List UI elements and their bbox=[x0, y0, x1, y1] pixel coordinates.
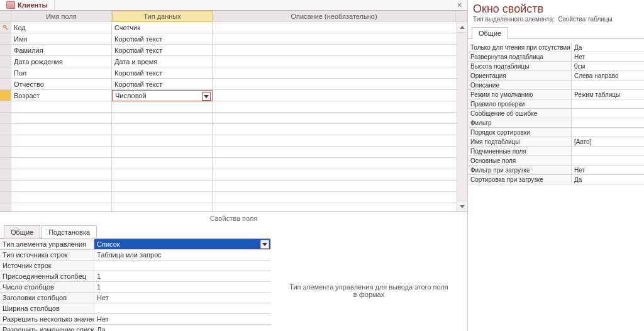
cell-data-type[interactable]: Короткий текст bbox=[112, 33, 213, 45]
grid-row[interactable] bbox=[0, 135, 467, 147]
property-row[interactable]: Присоединенный столбец1 bbox=[0, 271, 270, 282]
cell-description[interactable] bbox=[213, 67, 467, 79]
cell-field-name[interactable] bbox=[11, 101, 112, 113]
cell-description[interactable] bbox=[213, 90, 467, 101]
grid-row[interactable]: ПолКороткий текст bbox=[0, 67, 467, 79]
cell-description[interactable] bbox=[213, 147, 467, 158]
sheet-row[interactable]: Фильтр bbox=[468, 118, 644, 128]
grid-row[interactable]: ФамилияКороткий текст bbox=[0, 45, 467, 56]
property-value[interactable]: Нет bbox=[94, 293, 270, 303]
cell-description[interactable] bbox=[213, 135, 467, 147]
grid-row[interactable] bbox=[0, 181, 467, 192]
cell-field-name[interactable]: Отчество bbox=[11, 79, 112, 90]
cell-data-type[interactable] bbox=[112, 158, 213, 169]
grid-row[interactable] bbox=[0, 124, 467, 135]
sheet-value[interactable]: Нет bbox=[572, 166, 644, 174]
scroll-up-icon[interactable] bbox=[457, 22, 467, 33]
sheet-row[interactable]: Основные поля bbox=[468, 156, 644, 166]
tab-clients[interactable]: Клиенты bbox=[0, 0, 55, 10]
sheet-value[interactable]: Слева направо bbox=[572, 71, 644, 80]
sheet-row[interactable]: Описание bbox=[468, 81, 644, 90]
cell-field-name[interactable] bbox=[11, 158, 112, 169]
grid-row[interactable]: ОтчествоКороткий текст bbox=[0, 79, 467, 90]
sheet-value[interactable] bbox=[572, 156, 644, 165]
cell-data-type[interactable]: Дата и время bbox=[112, 56, 213, 67]
sheet-row[interactable]: Сортировка при загрузкеДа bbox=[468, 175, 644, 184]
property-tab-general[interactable]: Общие bbox=[472, 27, 508, 39]
sheet-row[interactable]: Подчиненные поля bbox=[468, 147, 644, 156]
cell-field-name[interactable] bbox=[11, 124, 112, 135]
cell-field-name[interactable]: Имя bbox=[11, 33, 112, 45]
property-row[interactable]: Тип источника строкТаблица или запрос bbox=[0, 250, 270, 261]
row-selector[interactable] bbox=[0, 79, 11, 90]
cell-description[interactable] bbox=[213, 169, 467, 181]
chevron-down-icon[interactable] bbox=[202, 92, 211, 101]
cell-field-name[interactable] bbox=[11, 192, 112, 203]
sheet-row[interactable]: Порядок сортировки bbox=[468, 128, 644, 137]
sheet-row[interactable]: Фильтр при загрузкеНет bbox=[468, 166, 644, 175]
property-value[interactable] bbox=[94, 303, 270, 313]
cell-description[interactable] bbox=[213, 101, 467, 113]
cell-data-type[interactable] bbox=[112, 147, 213, 158]
sheet-value[interactable]: Нет bbox=[572, 52, 644, 61]
sheet-row[interactable]: Режим по умолчаниюРежим таблицы bbox=[468, 90, 644, 99]
cell-field-name[interactable] bbox=[11, 203, 112, 211]
sheet-value[interactable]: 0см bbox=[572, 62, 644, 70]
property-value[interactable]: Да bbox=[94, 325, 270, 331]
row-selector[interactable] bbox=[0, 22, 11, 33]
property-value[interactable]: 1 bbox=[94, 271, 270, 281]
grid-row[interactable]: Дата рожденияДата и время bbox=[0, 56, 467, 67]
grid-row[interactable]: ИмяКороткий текст bbox=[0, 33, 467, 45]
cell-field-name[interactable]: Фамилия bbox=[11, 45, 112, 56]
cell-data-type[interactable]: Короткий текст bbox=[112, 67, 213, 79]
sheet-value[interactable] bbox=[572, 99, 644, 108]
cell-field-name[interactable] bbox=[11, 169, 112, 181]
cell-field-name[interactable] bbox=[11, 181, 112, 192]
row-selector[interactable] bbox=[0, 113, 11, 124]
cell-description[interactable] bbox=[213, 79, 467, 90]
property-row[interactable]: Число столбцов1 bbox=[0, 282, 270, 293]
cell-data-type[interactable] bbox=[112, 169, 213, 181]
property-row[interactable]: Разрешить несколько значенийНет bbox=[0, 314, 270, 325]
cell-description[interactable] bbox=[213, 124, 467, 135]
sheet-row[interactable]: Имя подтаблицы[Авто] bbox=[468, 137, 644, 147]
chevron-down-icon[interactable] bbox=[260, 240, 269, 249]
cell-field-name[interactable] bbox=[11, 135, 112, 147]
vertical-scrollbar[interactable] bbox=[457, 22, 467, 211]
tab-lookup[interactable]: Подстановка bbox=[42, 225, 97, 238]
cell-data-type[interactable] bbox=[112, 135, 213, 147]
cell-description[interactable] bbox=[213, 22, 467, 33]
property-value[interactable]: Таблица или запрос bbox=[94, 250, 270, 260]
grid-row[interactable] bbox=[0, 169, 467, 181]
col-header-desc[interactable]: Описание (необязательно) bbox=[213, 11, 456, 22]
cell-field-name[interactable]: Дата рождения bbox=[11, 56, 112, 67]
property-row[interactable]: Разрешить изменение спискаДа bbox=[0, 325, 270, 331]
sheet-row[interactable]: Только для чтения при отсутствии подклДа bbox=[468, 43, 644, 52]
cell-data-type[interactable] bbox=[112, 192, 213, 203]
row-selector[interactable] bbox=[0, 158, 11, 169]
cell-field-name[interactable] bbox=[11, 113, 112, 124]
grid-row[interactable] bbox=[0, 192, 467, 203]
cell-data-type[interactable] bbox=[112, 203, 213, 211]
row-selector[interactable] bbox=[0, 45, 11, 56]
sheet-value[interactable] bbox=[572, 109, 644, 118]
sheet-row[interactable]: Высота подтаблицы0см bbox=[468, 62, 644, 71]
cell-description[interactable] bbox=[213, 158, 467, 169]
close-icon[interactable]: ✕ bbox=[452, 1, 467, 9]
row-selector[interactable] bbox=[0, 67, 11, 79]
grid-row[interactable] bbox=[0, 203, 467, 211]
property-value[interactable]: Список bbox=[94, 239, 270, 249]
sheet-row[interactable]: ОриентацияСлева направо bbox=[468, 71, 644, 81]
cell-field-name[interactable]: Возраст bbox=[11, 90, 112, 101]
col-header-type[interactable]: Тип данных bbox=[112, 11, 213, 22]
sheet-row[interactable]: Сообщение об ошибке bbox=[468, 109, 644, 118]
cell-data-type[interactable] bbox=[112, 113, 213, 124]
property-row[interactable]: Источник строк bbox=[0, 261, 270, 271]
row-selector[interactable] bbox=[0, 135, 11, 147]
cell-description[interactable] bbox=[213, 181, 467, 192]
cell-data-type[interactable]: Короткий текст bbox=[112, 45, 213, 56]
cell-description[interactable] bbox=[213, 45, 467, 56]
tab-general[interactable]: Общие bbox=[4, 225, 40, 238]
cell-field-name[interactable]: Код bbox=[11, 22, 112, 33]
property-row[interactable]: Тип элемента управленияСписок bbox=[0, 239, 270, 250]
